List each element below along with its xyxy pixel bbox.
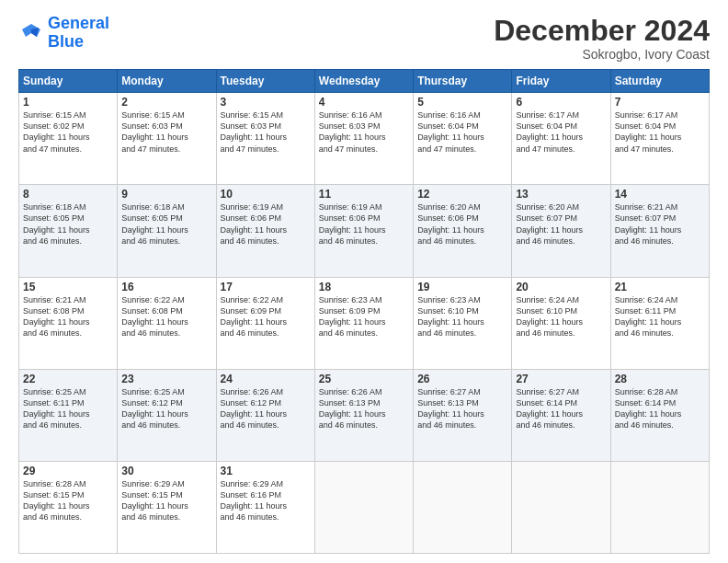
day-number: 13 [516, 188, 606, 201]
calendar-cell: 3 Sunrise: 6:15 AMSunset: 6:03 PMDayligh… [216, 93, 314, 185]
calendar-cell: 30 Sunrise: 6:29 AMSunset: 6:15 PMDaylig… [118, 461, 216, 553]
calendar-cell: 26 Sunrise: 6:27 AMSunset: 6:13 PMDaylig… [414, 369, 512, 461]
col-friday: Friday [512, 70, 610, 93]
calendar-cell: 5 Sunrise: 6:16 AMSunset: 6:04 PMDayligh… [414, 93, 512, 185]
calendar-cell [610, 461, 709, 553]
day-detail: Sunrise: 6:21 AMSunset: 6:07 PMDaylight:… [615, 201, 705, 247]
calendar-cell: 9 Sunrise: 6:18 AMSunset: 6:05 PMDayligh… [118, 185, 216, 277]
day-number: 12 [417, 188, 507, 201]
day-detail: Sunrise: 6:19 AMSunset: 6:06 PMDaylight:… [319, 201, 409, 247]
day-number: 16 [121, 281, 211, 293]
day-detail: Sunrise: 6:17 AMSunset: 6:04 PMDaylight:… [516, 109, 606, 155]
week-row-5: 29 Sunrise: 6:28 AMSunset: 6:15 PMDaylig… [19, 461, 710, 553]
day-detail: Sunrise: 6:16 AMSunset: 6:04 PMDaylight:… [417, 109, 507, 155]
calendar-cell [314, 461, 413, 553]
col-wednesday: Wednesday [314, 70, 413, 93]
day-number: 11 [319, 188, 409, 201]
calendar-cell: 29 Sunrise: 6:28 AMSunset: 6:15 PMDaylig… [19, 461, 118, 553]
day-number: 28 [615, 373, 705, 385]
day-number: 15 [23, 281, 113, 293]
col-thursday: Thursday [414, 70, 512, 93]
calendar-cell: 14 Sunrise: 6:21 AMSunset: 6:07 PMDaylig… [610, 185, 709, 277]
calendar-cell: 7 Sunrise: 6:17 AMSunset: 6:04 PMDayligh… [610, 93, 709, 185]
day-number: 3 [221, 96, 311, 109]
calendar-cell: 16 Sunrise: 6:22 AMSunset: 6:08 PMDaylig… [118, 277, 216, 369]
day-number: 26 [417, 373, 507, 385]
day-detail: Sunrise: 6:16 AMSunset: 6:03 PMDaylight:… [319, 109, 409, 155]
day-number: 8 [23, 188, 113, 201]
calendar-cell: 15 Sunrise: 6:21 AMSunset: 6:08 PMDaylig… [19, 277, 118, 369]
calendar-cell: 17 Sunrise: 6:22 AMSunset: 6:09 PMDaylig… [216, 277, 314, 369]
col-saturday: Saturday [610, 70, 709, 93]
calendar-cell [512, 461, 610, 553]
day-detail: Sunrise: 6:22 AMSunset: 6:08 PMDaylight:… [121, 294, 211, 339]
day-number: 23 [121, 373, 211, 385]
calendar-cell: 8 Sunrise: 6:18 AMSunset: 6:05 PMDayligh… [19, 185, 118, 277]
calendar-cell: 21 Sunrise: 6:24 AMSunset: 6:11 PMDaylig… [610, 277, 709, 369]
day-detail: Sunrise: 6:29 AMSunset: 6:16 PMDaylight:… [221, 478, 311, 523]
calendar-header: Sunday Monday Tuesday Wednesday Thursday… [19, 70, 710, 93]
week-row-4: 22 Sunrise: 6:25 AMSunset: 6:11 PMDaylig… [19, 369, 710, 461]
day-number: 29 [23, 465, 113, 477]
calendar-cell: 19 Sunrise: 6:23 AMSunset: 6:10 PMDaylig… [414, 277, 512, 369]
day-number: 25 [319, 373, 409, 385]
logo-icon [18, 20, 44, 46]
calendar-cell: 23 Sunrise: 6:25 AMSunset: 6:12 PMDaylig… [118, 369, 216, 461]
calendar: Sunday Monday Tuesday Wednesday Thursday… [18, 69, 710, 554]
day-number: 24 [221, 373, 311, 385]
day-detail: Sunrise: 6:28 AMSunset: 6:14 PMDaylight:… [615, 386, 705, 431]
week-row-1: 1 Sunrise: 6:15 AMSunset: 6:02 PMDayligh… [19, 93, 710, 185]
day-detail: Sunrise: 6:18 AMSunset: 6:05 PMDaylight:… [121, 201, 211, 247]
day-detail: Sunrise: 6:17 AMSunset: 6:04 PMDaylight:… [615, 109, 705, 155]
col-tuesday: Tuesday [216, 70, 314, 93]
title-block: December 2024 Sokrogbo, Ivory Coast [494, 15, 710, 62]
subtitle: Sokrogbo, Ivory Coast [494, 47, 710, 62]
calendar-cell: 13 Sunrise: 6:20 AMSunset: 6:07 PMDaylig… [512, 185, 610, 277]
day-detail: Sunrise: 6:26 AMSunset: 6:13 PMDaylight:… [319, 386, 409, 431]
day-number: 17 [221, 281, 311, 293]
calendar-cell: 24 Sunrise: 6:26 AMSunset: 6:12 PMDaylig… [216, 369, 314, 461]
calendar-cell: 22 Sunrise: 6:25 AMSunset: 6:11 PMDaylig… [19, 369, 118, 461]
day-number: 7 [615, 96, 705, 109]
day-detail: Sunrise: 6:24 AMSunset: 6:11 PMDaylight:… [615, 294, 705, 339]
day-detail: Sunrise: 6:22 AMSunset: 6:09 PMDaylight:… [221, 294, 311, 339]
day-detail: Sunrise: 6:18 AMSunset: 6:05 PMDaylight:… [23, 201, 113, 247]
header-row: Sunday Monday Tuesday Wednesday Thursday… [19, 70, 710, 93]
day-detail: Sunrise: 6:15 AMSunset: 6:03 PMDaylight:… [221, 109, 311, 155]
calendar-body: 1 Sunrise: 6:15 AMSunset: 6:02 PMDayligh… [19, 93, 710, 554]
day-number: 4 [319, 96, 409, 109]
day-number: 21 [615, 281, 705, 293]
calendar-cell [414, 461, 512, 553]
day-number: 5 [417, 96, 507, 109]
day-detail: Sunrise: 6:25 AMSunset: 6:11 PMDaylight:… [23, 386, 113, 431]
day-number: 22 [23, 373, 113, 385]
header: General Blue December 2024 Sokrogbo, Ivo… [18, 15, 710, 62]
day-detail: Sunrise: 6:27 AMSunset: 6:14 PMDaylight:… [516, 386, 606, 431]
calendar-cell: 25 Sunrise: 6:26 AMSunset: 6:13 PMDaylig… [314, 369, 413, 461]
day-detail: Sunrise: 6:23 AMSunset: 6:09 PMDaylight:… [319, 294, 409, 339]
calendar-cell: 4 Sunrise: 6:16 AMSunset: 6:03 PMDayligh… [314, 93, 413, 185]
day-number: 20 [516, 281, 606, 293]
calendar-cell: 28 Sunrise: 6:28 AMSunset: 6:14 PMDaylig… [610, 369, 709, 461]
day-detail: Sunrise: 6:20 AMSunset: 6:07 PMDaylight:… [516, 201, 606, 247]
day-detail: Sunrise: 6:19 AMSunset: 6:06 PMDaylight:… [221, 201, 311, 247]
day-number: 10 [221, 188, 311, 201]
calendar-cell: 20 Sunrise: 6:24 AMSunset: 6:10 PMDaylig… [512, 277, 610, 369]
col-sunday: Sunday [19, 70, 118, 93]
month-title: December 2024 [494, 15, 710, 47]
day-detail: Sunrise: 6:29 AMSunset: 6:15 PMDaylight:… [121, 478, 211, 523]
day-detail: Sunrise: 6:20 AMSunset: 6:06 PMDaylight:… [417, 201, 507, 247]
logo-text: General Blue [48, 15, 109, 52]
day-detail: Sunrise: 6:23 AMSunset: 6:10 PMDaylight:… [417, 294, 507, 339]
day-number: 1 [23, 96, 113, 109]
day-detail: Sunrise: 6:28 AMSunset: 6:15 PMDaylight:… [23, 478, 113, 523]
calendar-cell: 31 Sunrise: 6:29 AMSunset: 6:16 PMDaylig… [216, 461, 314, 553]
week-row-2: 8 Sunrise: 6:18 AMSunset: 6:05 PMDayligh… [19, 185, 710, 277]
day-detail: Sunrise: 6:15 AMSunset: 6:02 PMDaylight:… [23, 109, 113, 155]
calendar-cell: 10 Sunrise: 6:19 AMSunset: 6:06 PMDaylig… [216, 185, 314, 277]
day-detail: Sunrise: 6:26 AMSunset: 6:12 PMDaylight:… [221, 386, 311, 431]
day-detail: Sunrise: 6:21 AMSunset: 6:08 PMDaylight:… [23, 294, 113, 339]
day-number: 9 [121, 188, 211, 201]
day-number: 31 [221, 465, 311, 477]
day-number: 19 [417, 281, 507, 293]
